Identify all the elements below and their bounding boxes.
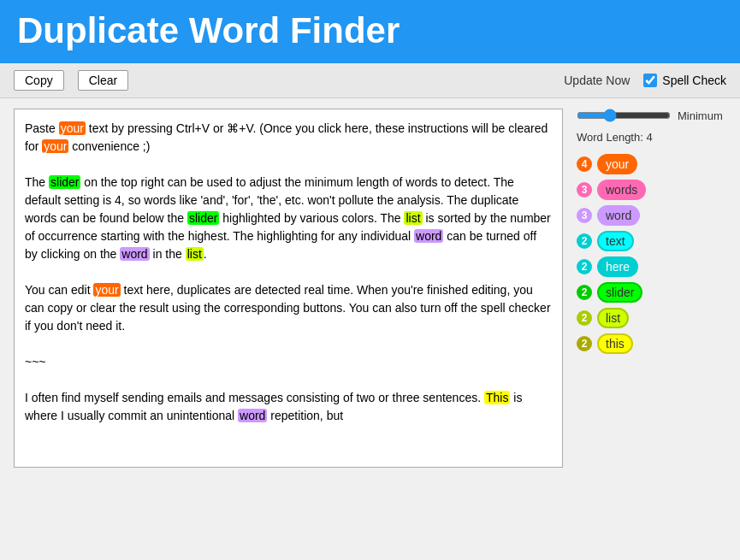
highlight-list-2: list — [186, 247, 204, 261]
count-badge-your: 4 — [577, 156, 592, 172]
sidebar: Minimum Word Length: 4 4 your 3 words 3 … — [577, 109, 726, 468]
highlight-word-3: word — [238, 409, 267, 422]
main-content: Paste your text by pressing Ctrl+V or ⌘+… — [0, 98, 740, 478]
word-row-slider: 2 slider — [577, 282, 726, 303]
word-row-text: 2 text — [577, 231, 726, 251]
update-now-label: Update Now — [564, 74, 630, 87]
app-header: Duplicate Word Finder — [0, 0, 740, 63]
toolbar: Copy Clear Update Now Spell Check — [0, 63, 740, 98]
highlight-your-1: your — [59, 121, 86, 135]
word-length-display: Word Length: 4 — [577, 131, 726, 144]
count-badge-this: 2 — [577, 336, 592, 351]
clear-button[interactable]: Clear — [78, 70, 128, 91]
word-tag-text[interactable]: text — [597, 231, 634, 251]
word-tag-your[interactable]: your — [597, 154, 637, 174]
spell-check-checkbox[interactable] — [643, 74, 657, 87]
count-badge-list: 2 — [577, 310, 592, 326]
word-length-slider[interactable] — [577, 109, 671, 122]
word-row-here: 2 here — [577, 256, 726, 277]
highlight-your-3: your — [93, 283, 120, 297]
highlight-your-2: your — [42, 139, 68, 153]
text-content[interactable]: Paste your text by pressing Ctrl+V or ⌘+… — [25, 120, 552, 425]
count-badge-text: 2 — [577, 233, 592, 249]
copy-button[interactable]: Copy — [14, 70, 64, 91]
minimum-label: Minimum — [678, 109, 723, 122]
word-row-list: 2 list — [577, 308, 726, 328]
highlight-word-1: word — [414, 229, 443, 243]
highlight-word-2: word — [120, 247, 149, 261]
word-tag-word[interactable]: word — [597, 205, 640, 226]
word-tag-slider[interactable]: slider — [597, 282, 642, 303]
count-badge-word: 3 — [577, 208, 592, 223]
word-row-word: 3 word — [577, 205, 726, 226]
highlight-slider-2: slider — [187, 211, 219, 225]
word-row-this: 2 this — [577, 333, 726, 354]
word-tag-this[interactable]: this — [597, 333, 633, 354]
count-badge-here: 2 — [577, 259, 592, 274]
slider-section: Minimum — [577, 109, 726, 122]
word-tag-here[interactable]: here — [597, 256, 638, 277]
app-title: Duplicate Word Finder — [17, 10, 723, 51]
spell-check-label[interactable]: Spell Check — [662, 74, 726, 87]
highlight-slider-1: slider — [49, 175, 80, 189]
count-badge-slider: 2 — [577, 285, 592, 300]
spell-check-wrapper: Spell Check — [643, 74, 726, 87]
count-badge-words: 3 — [577, 182, 592, 197]
word-row-your: 4 your — [577, 154, 726, 174]
text-editor[interactable]: Paste your text by pressing Ctrl+V or ⌘+… — [14, 109, 563, 468]
word-tag-list[interactable]: list — [597, 308, 629, 328]
highlight-list-1: list — [404, 211, 422, 225]
word-row-words: 3 words — [577, 180, 726, 200]
word-tag-words[interactable]: words — [597, 180, 646, 200]
highlight-this-1: This — [484, 391, 510, 404]
